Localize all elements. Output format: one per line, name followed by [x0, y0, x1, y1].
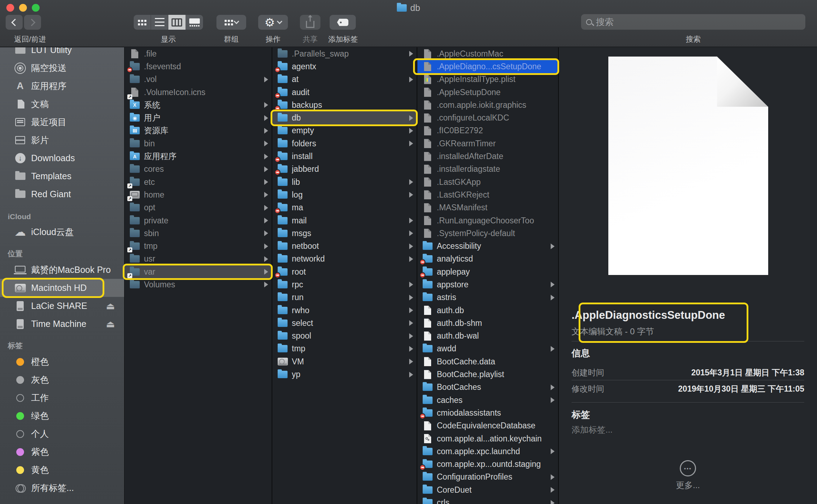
- file-row[interactable]: bin: [124, 137, 272, 150]
- file-row[interactable]: .AppleDiagno...csSetupDone: [417, 60, 558, 73]
- group-button[interactable]: [216, 15, 246, 30]
- file-row[interactable]: folders: [272, 137, 417, 150]
- file-row[interactable]: BootCaches: [417, 381, 558, 394]
- file-row[interactable]: root: [272, 265, 417, 278]
- file-row[interactable]: .AppleCustomMac: [417, 47, 558, 60]
- file-row[interactable]: lib: [272, 176, 417, 188]
- file-row[interactable]: .LastGKApp: [417, 176, 558, 188]
- file-row[interactable]: ↗.VolumeIcon.icns: [124, 86, 272, 99]
- file-row[interactable]: yp: [272, 368, 417, 381]
- file-row[interactable]: X系统: [124, 99, 272, 111]
- sidebar-item[interactable]: 工作: [0, 389, 124, 407]
- file-row[interactable]: auth.db: [417, 304, 558, 317]
- file-row[interactable]: select: [272, 317, 417, 329]
- file-row[interactable]: .fIC0BE2792: [417, 124, 558, 137]
- sidebar-item[interactable]: 最近项目: [0, 113, 124, 131]
- file-row[interactable]: audit: [272, 86, 417, 99]
- sidebar-item[interactable]: 隔空投送: [0, 59, 124, 77]
- file-row[interactable]: .com.apple.iokit.graphics: [417, 99, 558, 111]
- more-ellipsis-icon[interactable]: •••: [680, 460, 696, 476]
- file-row[interactable]: opt: [124, 201, 272, 214]
- file-row[interactable]: ◉用户: [124, 111, 272, 124]
- file-row[interactable]: agentx: [272, 60, 417, 73]
- file-row[interactable]: appstore: [417, 278, 558, 291]
- sidebar-item[interactable]: iCloud云盘: [0, 223, 124, 241]
- file-row[interactable]: cores: [124, 163, 272, 176]
- forward-button[interactable]: [24, 15, 41, 30]
- file-row[interactable]: com.apple.xp...ountd.staging: [417, 458, 558, 471]
- file-row[interactable]: sbin: [124, 227, 272, 240]
- file-row[interactable]: at: [272, 73, 417, 86]
- file-row[interactable]: .AppleSetupDone: [417, 86, 558, 99]
- file-row[interactable]: private: [124, 214, 272, 227]
- file-row[interactable]: CodeEquivalenceDatabase: [417, 420, 558, 432]
- file-row[interactable]: caches: [417, 394, 558, 406]
- sidebar-item[interactable]: 黄色: [0, 461, 124, 479]
- sidebar-item[interactable]: Downloads: [0, 149, 124, 167]
- sidebar-item[interactable]: 戴赟的MacBook Pro: [0, 261, 124, 279]
- sidebar-item[interactable]: 所有标签...: [0, 479, 124, 497]
- file-row[interactable]: jabberd: [272, 163, 417, 176]
- file-row[interactable]: CoreDuet: [417, 484, 558, 496]
- icon-view-button[interactable]: [134, 15, 151, 30]
- file-row[interactable]: ↗etc: [124, 176, 272, 188]
- sidebar-item[interactable]: 灰色: [0, 371, 124, 389]
- file-row[interactable]: .vol: [124, 73, 272, 86]
- file-row[interactable]: BootCache.data: [417, 355, 558, 368]
- file-row[interactable]: crls: [417, 496, 558, 504]
- file-row[interactable]: awdd: [417, 342, 558, 355]
- action-button[interactable]: ⚙: [258, 15, 288, 30]
- file-row[interactable]: db: [272, 111, 417, 124]
- file-row[interactable]: Accessibility: [417, 240, 558, 252]
- file-row[interactable]: .fseventsd: [124, 60, 272, 73]
- file-row[interactable]: analyticsd: [417, 253, 558, 265]
- file-row[interactable]: ↗home: [124, 188, 272, 201]
- file-row[interactable]: ma: [272, 201, 417, 214]
- file-row[interactable]: .AppleInstallType.plist: [417, 73, 558, 86]
- file-row[interactable]: empty: [272, 124, 417, 137]
- sidebar-item[interactable]: 个人: [0, 425, 124, 443]
- file-row[interactable]: msgs: [272, 227, 417, 240]
- eject-icon[interactable]: ⏏: [106, 318, 115, 330]
- more-label[interactable]: 更多...: [676, 480, 700, 491]
- file-row[interactable]: .RunLanguageChooserToo: [417, 214, 558, 227]
- file-row[interactable]: cmiodalassistants: [417, 406, 558, 419]
- file-row[interactable]: tmp: [272, 342, 417, 355]
- file-row[interactable]: .file: [124, 47, 272, 60]
- file-row[interactable]: .GKRearmTimer: [417, 137, 558, 150]
- file-row[interactable]: com.apple.xpc.launchd: [417, 445, 558, 458]
- file-row[interactable]: .SystemPolicy-default: [417, 227, 558, 240]
- file-row[interactable]: VM: [272, 355, 417, 368]
- file-row[interactable]: applepay: [417, 265, 558, 278]
- file-row[interactable]: run: [272, 291, 417, 304]
- file-row[interactable]: ↗tmp: [124, 240, 272, 252]
- file-row[interactable]: ConfigurationProfiles: [417, 471, 558, 484]
- file-row[interactable]: Ⅲ资源库: [124, 124, 272, 137]
- add-tags-field[interactable]: 添加标签...: [572, 424, 613, 435]
- file-row[interactable]: netboot: [272, 240, 417, 252]
- search-input[interactable]: [596, 17, 800, 27]
- gallery-view-button[interactable]: [186, 15, 203, 30]
- file-row[interactable]: .MASManifest: [417, 201, 558, 214]
- file-row[interactable]: .Parallels_swap: [272, 47, 417, 60]
- file-row[interactable]: .configureLocalKDC: [417, 111, 558, 124]
- file-row[interactable]: A应用程序: [124, 150, 272, 163]
- sidebar-item[interactable]: 文稿: [0, 95, 124, 113]
- file-row[interactable]: mail: [272, 214, 417, 227]
- file-row[interactable]: .installedAfterDate: [417, 150, 558, 163]
- column-view-button[interactable]: [168, 15, 186, 30]
- sidebar-item[interactable]: Templates: [0, 167, 124, 185]
- sidebar-item[interactable]: 绿色: [0, 407, 124, 425]
- file-row[interactable]: BootCache.playlist: [417, 368, 558, 381]
- sidebar-item[interactable]: Macintosh HD: [0, 279, 124, 297]
- file-row[interactable]: rpc: [272, 278, 417, 291]
- file-row[interactable]: astris: [417, 291, 558, 304]
- file-row[interactable]: install: [272, 150, 417, 163]
- file-row[interactable]: usr: [124, 253, 272, 265]
- file-row[interactable]: log: [272, 188, 417, 201]
- file-row[interactable]: backups: [272, 99, 417, 111]
- back-button[interactable]: [6, 15, 23, 30]
- sidebar-item[interactable]: Time Machine⏏: [0, 315, 124, 333]
- file-row[interactable]: com.apple.al...ation.keychain: [417, 432, 558, 445]
- file-row[interactable]: .installerdiagstate: [417, 163, 558, 176]
